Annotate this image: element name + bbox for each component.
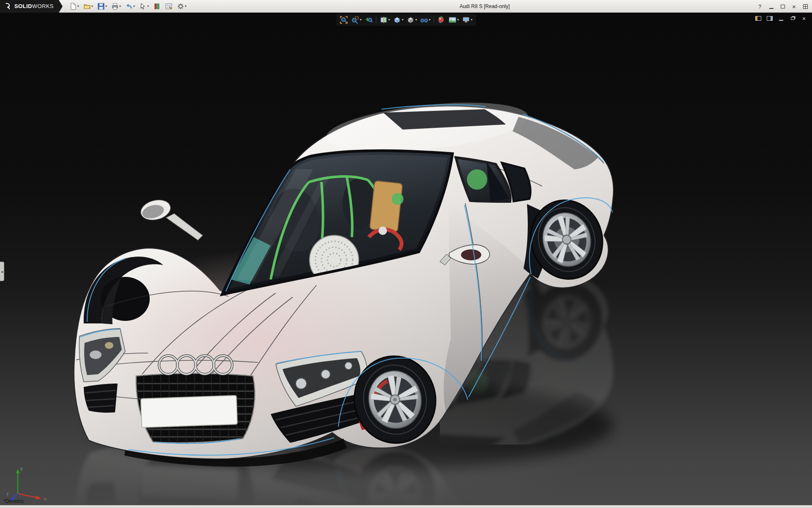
status-bar (0, 505, 812, 508)
z-axis-label: z (6, 491, 9, 496)
right-pane-icon (767, 16, 773, 21)
display-style-button[interactable]: ▾ (406, 15, 418, 25)
toolbar-separator (376, 17, 376, 23)
edit-appearance-button[interactable] (436, 15, 446, 25)
y-axis-label: y (20, 466, 23, 471)
dropdown-caret[interactable]: ▾ (185, 5, 187, 8)
previous-view-icon (365, 16, 373, 24)
options-button[interactable]: ▾ (175, 1, 188, 11)
close-document-button[interactable]: × (800, 15, 808, 22)
dropdown-caret[interactable]: ▾ (360, 18, 362, 22)
section-view-icon (379, 16, 388, 24)
hide-show-glasses-icon (420, 16, 428, 24)
left-pane-icon (755, 16, 761, 21)
zoom-to-fit-button[interactable] (339, 15, 349, 25)
x-axis (18, 494, 38, 498)
3ds-logo-icon (3, 2, 12, 11)
new-document-button[interactable]: ▾ (68, 1, 81, 11)
select-cursor-icon (139, 3, 147, 10)
close-button[interactable]: × (789, 2, 799, 11)
undo-icon (125, 3, 133, 10)
titlebar: SOLIDWORKS ▾ ▾ ▾ (0, 0, 812, 13)
dropdown-caret[interactable]: ▾ (91, 5, 93, 8)
open-button[interactable]: ▾ (82, 1, 95, 11)
minimize-button[interactable] (766, 2, 776, 11)
resources-grid-icon (803, 4, 808, 9)
panel-collapse-handle[interactable]: ◀ (0, 262, 4, 281)
color-display-button[interactable] (151, 1, 162, 11)
save-button[interactable]: ▾ (96, 1, 109, 11)
appearance-sphere-icon (437, 16, 445, 24)
dropdown-caret[interactable]: ▾ (133, 5, 135, 8)
maximize-icon (781, 5, 785, 8)
apply-scene-button[interactable]: ▾ (447, 15, 460, 25)
logo-chevron (59, 0, 63, 13)
minimize-icon (769, 8, 774, 9)
new-document-icon (69, 3, 77, 10)
view-settings-monitor-icon (462, 16, 470, 24)
window-controls: ? × (754, 0, 811, 13)
select-button[interactable]: ▾ (137, 1, 151, 11)
model-viewport-canvas[interactable] (0, 13, 812, 508)
reference-triad: x y z (6, 461, 52, 501)
design-table-icon (165, 3, 173, 10)
section-view-button[interactable]: ▾ (379, 15, 391, 25)
apply-scene-icon (448, 16, 457, 24)
zoom-to-area-button[interactable]: ▾ (350, 15, 362, 25)
dropdown-caret[interactable]: ▾ (388, 18, 390, 22)
dropdown-caret[interactable]: ▾ (147, 5, 149, 8)
dropdown-caret[interactable]: ▾ (77, 5, 79, 8)
hide-show-items-button[interactable]: ▾ (419, 15, 431, 25)
design-table-button[interactable] (163, 1, 174, 11)
dropdown-caret[interactable]: ▾ (471, 18, 472, 22)
dropdown-caret[interactable]: ▾ (105, 5, 107, 8)
solidworks-logo: SOLIDWORKS (0, 0, 59, 13)
brand-text: SOLIDWORKS (14, 3, 54, 9)
dropdown-caret[interactable]: ▾ (429, 18, 431, 22)
document-window-controls: × (754, 15, 808, 22)
resources-panel-button[interactable] (800, 2, 811, 11)
zoom-to-fit-icon (340, 16, 348, 24)
dropdown-caret[interactable]: ▾ (457, 18, 459, 22)
minimize-document-button[interactable] (777, 15, 785, 22)
minimize-icon (779, 20, 783, 21)
quick-access-toolbar: ▾ ▾ ▾ ▾ ▾ (68, 1, 188, 11)
graphics-area[interactable]: ▾ ▾ ▾ (0, 13, 812, 508)
toolbar-separator (433, 17, 434, 23)
x-axis-label: x (44, 496, 47, 501)
maximize-button[interactable] (777, 2, 788, 11)
dropdown-caret[interactable]: ▾ (402, 18, 403, 22)
view-settings-button[interactable]: ▾ (461, 15, 473, 25)
view-orientation-button[interactable]: ▾ (392, 15, 404, 25)
undo-button[interactable]: ▾ (123, 1, 137, 11)
show-left-pane-button[interactable] (754, 15, 762, 22)
show-right-pane-button[interactable] (766, 15, 774, 22)
help-button[interactable]: ? (754, 2, 765, 11)
open-folder-icon (83, 3, 91, 10)
reflection-fade (0, 447, 812, 508)
restore-document-button[interactable] (789, 15, 796, 22)
window-title: Audi R8 S [Read-only] (460, 0, 510, 13)
view-orientation-cube-icon (393, 16, 401, 24)
dropdown-caret[interactable]: ▾ (119, 5, 121, 8)
print-button[interactable]: ▾ (110, 1, 123, 11)
save-icon (97, 3, 105, 10)
display-style-cube-icon (406, 16, 415, 24)
dropdown-caret[interactable]: ▾ (415, 18, 417, 22)
options-gear-icon (177, 3, 184, 10)
zoom-to-area-icon (351, 16, 359, 24)
previous-view-button[interactable] (364, 15, 374, 25)
view-orientation-label: *Dimetric (3, 498, 24, 504)
restore-icon (791, 17, 795, 20)
print-icon (111, 3, 119, 10)
color-bars-icon (153, 3, 161, 10)
heads-up-view-toolbar: ▾ ▾ ▾ (336, 14, 476, 26)
